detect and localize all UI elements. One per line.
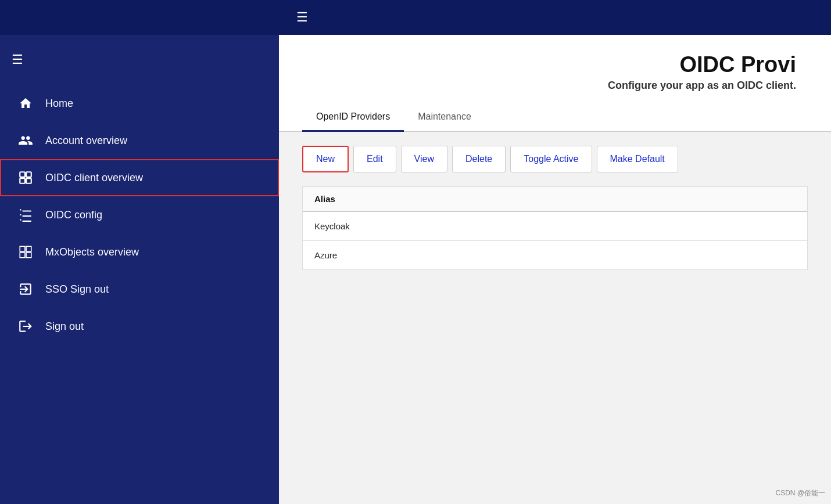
sidebar-item-home[interactable]: Home — [0, 85, 279, 122]
sidebar-hamburger-icon[interactable]: ☰ — [12, 52, 23, 67]
sidebar-item-home-label: Home — [45, 98, 73, 110]
oidc-config-icon — [17, 207, 34, 223]
sidebar-item-sign-out-label: Sign out — [45, 321, 84, 333]
content-area: OIDC Provi Configure your app as an OIDC… — [279, 35, 831, 504]
svg-rect-1 — [26, 172, 31, 177]
table-cell-keycloak: Keycloak — [314, 221, 350, 231]
sidebar-item-oidc-config[interactable]: OIDC config — [0, 196, 279, 233]
svg-rect-0 — [20, 172, 25, 177]
sidebar-item-account-overview[interactable]: Account overview — [0, 122, 279, 159]
action-bar: New Edit View Delete Toggle Active Make … — [279, 132, 831, 186]
edit-button[interactable]: Edit — [353, 146, 396, 172]
table-cell-azure: Azure — [314, 250, 337, 260]
delete-button[interactable]: Delete — [452, 146, 506, 172]
sidebar-item-oidc-client-overview[interactable]: OIDC client overview — [0, 159, 279, 196]
watermark: CSDN @俗能一 — [775, 488, 825, 498]
tab-openid-providers[interactable]: OpenID Providers — [302, 103, 404, 132]
sidebar-item-sign-out[interactable]: Sign out — [0, 308, 279, 345]
sidebar-item-account-overview-label: Account overview — [45, 135, 127, 147]
sso-signout-icon — [17, 281, 34, 297]
mxobjects-icon — [17, 244, 34, 260]
data-table: Alias Keycloak Azure — [302, 186, 808, 270]
top-bar: ☰ — [0, 0, 831, 35]
svg-rect-3 — [26, 178, 31, 183]
account-icon — [17, 132, 34, 149]
table-row[interactable]: Keycloak — [303, 212, 807, 241]
sidebar-item-sso-sign-out-label: SSO Sign out — [45, 283, 109, 296]
sidebar-item-mxobjects-overview-label: MxObjects overview — [45, 246, 139, 258]
alias-column-header: Alias — [314, 194, 335, 204]
sidebar-item-oidc-config-label: OIDC config — [45, 209, 102, 221]
table-header-row: Alias — [303, 187, 807, 212]
tab-maintenance[interactable]: Maintenance — [404, 103, 485, 132]
svg-rect-2 — [20, 178, 25, 183]
tabs-container: OpenID Providers Maintenance — [279, 103, 831, 132]
signout-icon — [17, 318, 34, 334]
sidebar-item-oidc-client-overview-label: OIDC client overview — [45, 172, 143, 184]
page-subtitle: Configure your app as an OIDC client. — [314, 80, 796, 92]
page-header: OIDC Provi Configure your app as an OIDC… — [279, 35, 831, 103]
sidebar: ☰ Home Account overview — [0, 35, 279, 504]
sidebar-item-mxobjects-overview[interactable]: MxObjects overview — [0, 233, 279, 271]
main-layout: ☰ Home Account overview — [0, 35, 831, 504]
make-default-button[interactable]: Make Default — [597, 146, 678, 172]
table-row[interactable]: Azure — [303, 241, 807, 269]
sidebar-hamburger-container: ☰ — [0, 46, 279, 85]
view-button[interactable]: View — [401, 146, 447, 172]
page-title: OIDC Provi — [314, 52, 796, 77]
topbar-hamburger-icon[interactable]: ☰ — [296, 10, 308, 25]
oidc-client-icon — [17, 170, 34, 186]
new-button[interactable]: New — [302, 146, 349, 172]
toggle-active-button[interactable]: Toggle Active — [510, 146, 592, 172]
sidebar-item-sso-sign-out[interactable]: SSO Sign out — [0, 271, 279, 308]
home-icon — [17, 95, 34, 111]
